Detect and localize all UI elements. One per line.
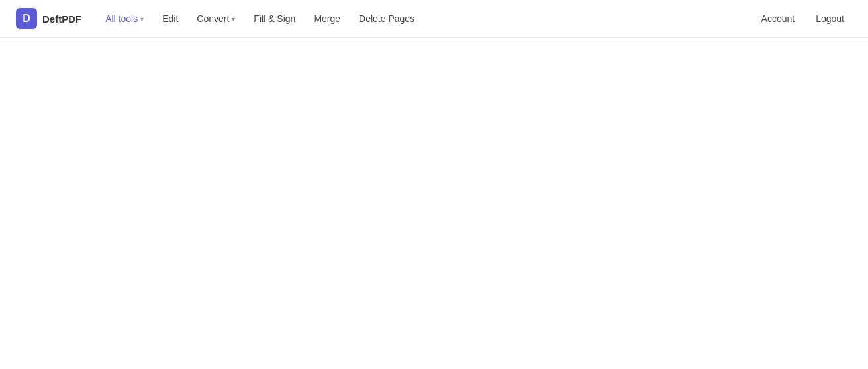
nav-delete-pages[interactable]: Delete Pages <box>351 8 422 29</box>
nav-convert[interactable]: Convert ▾ <box>189 8 243 29</box>
main-nav: All tools ▾ Edit Convert ▾ Fill & Sign M… <box>97 8 753 29</box>
chevron-down-icon: ▾ <box>140 15 144 23</box>
chevron-down-icon: ▾ <box>232 15 235 23</box>
nav-fill-sign[interactable]: Fill & Sign <box>246 8 303 29</box>
logout-button[interactable]: Logout <box>808 8 852 29</box>
nav-all-tools[interactable]: All tools ▾ <box>97 8 152 29</box>
nav-edit[interactable]: Edit <box>154 8 186 29</box>
header-right: Account Logout <box>753 8 852 29</box>
logo-icon: D <box>16 8 37 29</box>
account-button[interactable]: Account <box>753 8 803 29</box>
header: D DeftPDF All tools ▾ Edit Convert ▾ Fil… <box>0 0 868 38</box>
logo[interactable]: D DeftPDF <box>16 8 81 29</box>
logo-text: DeftPDF <box>42 13 81 25</box>
nav-merge[interactable]: Merge <box>306 8 348 29</box>
